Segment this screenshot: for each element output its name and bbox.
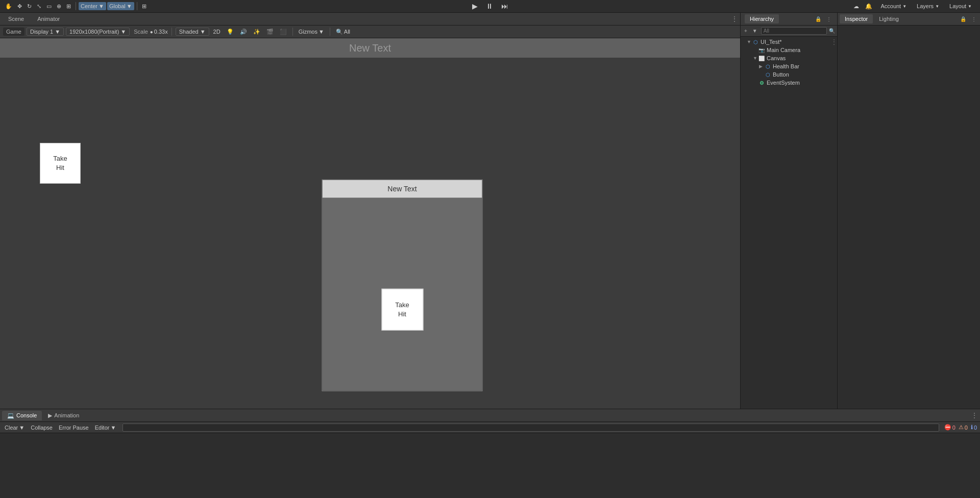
top-toolbar: ✋ ✥ ↻ ⤡ ▭ ⊕ ⊞ Center ▼ Global ▼ ⊞ ▶ ⏸ ⏭ bbox=[0, 0, 980, 13]
shaded-dropdown[interactable]: Shaded ▼ bbox=[176, 28, 209, 36]
pivot-global-label: Global bbox=[109, 3, 126, 9]
gsv-body: TakeHit bbox=[323, 197, 482, 390]
pivot-center-btn[interactable]: Center ▼ bbox=[79, 2, 106, 10]
event-system-label: EventSystem bbox=[767, 80, 800, 86]
animator-tab-label: Animator bbox=[37, 16, 60, 22]
new-text-label: New Text bbox=[349, 42, 391, 54]
editor-btn[interactable]: Editor ▼ bbox=[93, 424, 118, 431]
ui-test-options[interactable]: ⋮ bbox=[831, 38, 837, 45]
display-dropdown[interactable]: Display 1 ▼ bbox=[27, 28, 64, 36]
tab-inspector[interactable]: Inspector bbox=[840, 14, 873, 23]
lights-btn[interactable]: 💡 bbox=[225, 28, 236, 36]
hierarchy-add-dropdown[interactable]: ▼ bbox=[751, 28, 759, 34]
take-hit-inside[interactable]: TakeHit bbox=[381, 288, 423, 330]
hierarchy-options-btn[interactable]: ⋮ bbox=[825, 16, 833, 22]
gizmos-btn[interactable]: Gizmos ▼ bbox=[297, 28, 326, 36]
tab-console[interactable]: 💻 Console bbox=[2, 411, 42, 420]
play-button[interactable]: ▶ bbox=[469, 1, 481, 11]
display-arrow: ▼ bbox=[55, 29, 60, 35]
warn-count: 0 bbox=[965, 425, 968, 431]
gizmos-arrow: ▼ bbox=[318, 29, 324, 35]
tab-animation[interactable]: ▶ Animation bbox=[43, 411, 84, 420]
clear-dropdown: ▼ bbox=[19, 425, 24, 431]
move-tool-btn[interactable]: ✥ bbox=[15, 2, 24, 11]
error-icon: ⛔ bbox=[944, 424, 951, 431]
2d-btn[interactable]: 2D bbox=[211, 28, 223, 36]
tree-item-health-bar[interactable]: ▶ ⬡ Health Bar bbox=[741, 62, 837, 70]
scale-dot: ● bbox=[150, 29, 153, 35]
tab-scene[interactable]: Scene bbox=[2, 14, 30, 23]
layout-label: Layout bbox=[949, 3, 966, 9]
take-hit-outside-label: TakeHit bbox=[53, 154, 67, 172]
sep-scene-2 bbox=[292, 28, 293, 36]
layout-btn[interactable]: Layout ▼ bbox=[945, 2, 976, 10]
main-camera-label: Main Camera bbox=[767, 47, 800, 53]
snap-btn[interactable]: ⊞ bbox=[140, 2, 149, 11]
all-label: All bbox=[344, 29, 350, 35]
layers-label: Layers bbox=[917, 3, 934, 9]
resolution-label: 1920x1080(Portrait) bbox=[69, 29, 119, 35]
collab-icon[interactable]: ☁ bbox=[851, 2, 861, 11]
resolution-arrow: ▼ bbox=[120, 29, 126, 35]
console-content bbox=[0, 433, 980, 437]
take-hit-outside[interactable]: TakeHit bbox=[40, 143, 81, 184]
hierarchy-add-btn[interactable]: + bbox=[743, 28, 749, 34]
inspector-options-btn[interactable]: ⋮ bbox=[970, 16, 978, 22]
tree-item-main-camera[interactable]: 📷 Main Camera bbox=[741, 46, 837, 54]
game-sub-viewport: New Text TakeHit bbox=[322, 179, 483, 391]
scene-view-toolbar: Game Display 1 ▼ 1920x1080(Portrait) ▼ S… bbox=[0, 26, 740, 38]
tab-animator[interactable]: Animator bbox=[31, 14, 66, 23]
health-bar-label: Health Bar bbox=[773, 63, 799, 69]
scale-label: Scale bbox=[134, 29, 148, 35]
pivot-center-label: Center bbox=[81, 3, 97, 9]
layers-dropdown-icon: ▼ bbox=[935, 4, 939, 9]
account-dropdown-icon: ▼ bbox=[902, 4, 906, 9]
scene-options-icon[interactable]: ⋮ bbox=[731, 15, 738, 23]
layers-btn[interactable]: Layers ▼ bbox=[913, 2, 943, 10]
pivot-global-btn[interactable]: Global ▼ bbox=[107, 2, 134, 10]
error-pause-btn[interactable]: Error Pause bbox=[57, 424, 90, 431]
custom-tool-btn[interactable]: ⊞ bbox=[64, 2, 73, 11]
console-options-icon[interactable]: ⋮ bbox=[971, 411, 978, 419]
tab-lighting[interactable]: Lighting bbox=[874, 14, 904, 23]
fx-btn[interactable]: ✨ bbox=[251, 28, 262, 36]
clear-label: Clear bbox=[5, 425, 18, 431]
cloud-icon[interactable]: 🔔 bbox=[863, 2, 874, 11]
console-search-input[interactable] bbox=[122, 424, 939, 432]
scenes-btn[interactable]: 🎬 bbox=[264, 28, 276, 36]
scale-track: ● 0.33x bbox=[150, 29, 168, 35]
hierarchy-search-input[interactable] bbox=[761, 27, 827, 35]
account-btn[interactable]: Account ▼ bbox=[876, 2, 911, 10]
tab-hierarchy[interactable]: Hierarchy bbox=[745, 14, 779, 23]
sprite-btn[interactable]: ⬛ bbox=[278, 28, 289, 36]
main-camera-icon: 📷 bbox=[758, 46, 765, 54]
inspector-lock-btn[interactable]: 🔒 bbox=[959, 16, 968, 22]
tree-item-ui-test[interactable]: ▼ ⬡ UI_Test* ⋮ bbox=[741, 38, 837, 46]
tree-item-canvas[interactable]: ▼ ⬜ Canvas bbox=[741, 54, 837, 62]
button-icon: ⬡ bbox=[764, 71, 771, 78]
audio-btn[interactable]: 🔊 bbox=[238, 28, 249, 36]
all-btn[interactable]: 🔍 All bbox=[334, 28, 352, 36]
error-pause-label: Error Pause bbox=[59, 425, 89, 431]
tree-item-button[interactable]: ⬡ Button bbox=[741, 70, 837, 79]
collapse-btn[interactable]: Collapse bbox=[29, 424, 54, 431]
animation-label: Animation bbox=[54, 412, 79, 418]
step-button[interactable]: ⏭ bbox=[498, 1, 511, 11]
console-toolbar: Clear ▼ Collapse Error Pause Editor ▼ ⛔ … bbox=[0, 422, 980, 433]
rotate-tool-btn[interactable]: ↻ bbox=[25, 2, 34, 11]
hierarchy-header: Hierarchy 🔒 ⋮ bbox=[741, 13, 837, 26]
clear-btn[interactable]: Clear ▼ bbox=[3, 424, 26, 431]
rect-tool-btn[interactable]: ▭ bbox=[44, 2, 54, 11]
multi-tool-btn[interactable]: ⊕ bbox=[55, 2, 63, 11]
ui-test-icon: ⬡ bbox=[752, 38, 759, 45]
app-container: ✋ ✥ ↻ ⤡ ▭ ⊕ ⊞ Center ▼ Global ▼ ⊞ ▶ ⏸ ⏭ bbox=[0, 0, 980, 498]
gsv-header: New Text bbox=[323, 180, 482, 197]
resolution-dropdown[interactable]: 1920x1080(Portrait) ▼ bbox=[66, 28, 130, 36]
scale-tool-btn[interactable]: ⤡ bbox=[35, 2, 43, 11]
error-badge: ⛔ 0 bbox=[944, 424, 955, 431]
hand-tool-btn[interactable]: ✋ bbox=[3, 2, 14, 11]
warn-icon: ⚠ bbox=[959, 424, 964, 431]
pause-button[interactable]: ⏸ bbox=[483, 1, 496, 11]
hierarchy-lock-btn[interactable]: 🔒 bbox=[814, 16, 823, 22]
tree-item-event-system[interactable]: ⚙ EventSystem bbox=[741, 79, 837, 87]
